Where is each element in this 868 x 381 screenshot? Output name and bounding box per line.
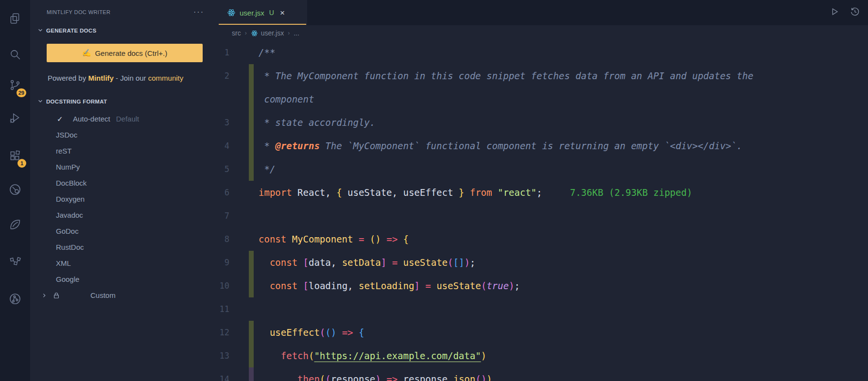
- format-item-numpy[interactable]: NumPy: [30, 159, 214, 175]
- format-item-rest[interactable]: reST: [30, 143, 214, 159]
- activity-bar: 29 1: [0, 0, 30, 381]
- format-default-tag: Default: [116, 115, 139, 123]
- code-line[interactable]: 9 const [data, setData] = useState([]);: [214, 251, 868, 274]
- format-item-label: Javadoc: [30, 211, 83, 219]
- run-debug-icon[interactable]: [4, 107, 26, 129]
- git-gutter-indicator: [249, 111, 254, 134]
- breadcrumb-filename: user.jsx: [261, 29, 284, 37]
- git-gutter-indicator: [249, 157, 254, 181]
- explorer-icon[interactable]: [4, 8, 26, 29]
- docstring-format-section-header[interactable]: DOCSTRING FORMAT: [30, 98, 214, 105]
- code-text: * state accordingly.: [254, 117, 375, 128]
- chevron-down-icon: [37, 98, 43, 105]
- git-gutter-indicator: [249, 367, 254, 381]
- editor-group: user.jsx U × src ›: [214, 0, 868, 381]
- format-item-auto-detect[interactable]: ✓Auto-detectDefault: [30, 111, 214, 127]
- code-line[interactable]: 5 */: [214, 157, 868, 181]
- format-item-custom[interactable]: Custom: [30, 287, 214, 303]
- tab-bar: user.jsx U ×: [214, 0, 868, 25]
- breadcrumb-symbol-more[interactable]: ...: [294, 29, 299, 37]
- run-file-icon[interactable]: [829, 6, 840, 19]
- breadcrumb-folder[interactable]: src: [232, 29, 241, 37]
- format-item-label: Custom: [65, 291, 116, 299]
- timeline-history-icon[interactable]: [850, 6, 860, 19]
- powered-by-middle: - Join our: [114, 74, 148, 82]
- generate-docs-button-label: Generate docs (Ctrl+.): [95, 49, 167, 57]
- code-line[interactable]: 8const MyComponent = () => {: [214, 227, 868, 251]
- commit-graph-extension-icon[interactable]: [4, 288, 26, 310]
- code-text: import React, { useState, useEffect } fr…: [254, 187, 692, 198]
- format-item-google[interactable]: Google: [30, 271, 214, 287]
- check-icon: ✓: [57, 115, 73, 123]
- pipeline-extension-icon[interactable]: [4, 251, 26, 272]
- format-item-jsdoc[interactable]: JSDoc: [30, 127, 214, 143]
- code-line[interactable]: 6import React, { useState, useEffect } f…: [214, 181, 868, 204]
- powered-by-text: Powered by Mintlify - Join our community: [48, 72, 195, 85]
- code-line[interactable]: 13 fetch("https://api.example.com/data"): [214, 344, 868, 367]
- powered-by-prefix: Powered by: [48, 74, 88, 82]
- line-number: 9: [214, 258, 249, 267]
- code-line[interactable]: 11: [214, 297, 868, 321]
- format-item-label: RustDoc: [30, 243, 84, 251]
- code-text: * @returns The `MyComponent` functional …: [254, 140, 742, 151]
- docstring-format-section-label: DOCSTRING FORMAT: [46, 99, 107, 104]
- docstring-format-list: ✓Auto-detectDefaultJSDocreSTNumPyDocBloc…: [30, 111, 214, 303]
- code-line[interactable]: component: [214, 87, 868, 111]
- code-line[interactable]: 10 const [loading, setLoading] = useStat…: [214, 274, 868, 297]
- code-text: fetch("https://api.example.com/data"): [254, 350, 486, 361]
- format-item-label: DocBlock: [30, 179, 87, 187]
- code-editor[interactable]: 1/**2 * The MyComponent function in this…: [214, 41, 868, 381]
- community-link[interactable]: community: [148, 74, 184, 82]
- git-gutter: [249, 41, 254, 64]
- code-text: const [data, setData] = useState([]);: [254, 257, 475, 268]
- git-gutter-indicator: [249, 274, 254, 297]
- format-item-xml[interactable]: XML: [30, 255, 214, 271]
- react-file-icon: [227, 8, 236, 17]
- line-number: 5: [214, 164, 249, 174]
- code-text: const [loading, setLoading] = useState(t…: [254, 280, 520, 291]
- code-line[interactable]: 3 * state accordingly.: [214, 111, 868, 134]
- breadcrumb-file[interactable]: user.jsx: [251, 29, 284, 37]
- code-line[interactable]: 2 * The MyComponent function in this cod…: [214, 64, 868, 87]
- tab-user-jsx[interactable]: user.jsx U ×: [214, 0, 307, 25]
- format-item-label: Auto-detect: [73, 115, 110, 123]
- format-item-doxygen[interactable]: Doxygen: [30, 191, 214, 207]
- lock-icon: [53, 292, 60, 299]
- code-line[interactable]: 4 * @returns The `MyComponent` functiona…: [214, 134, 868, 157]
- circle-tool-extension-icon[interactable]: [4, 179, 26, 200]
- code-text: const MyComponent = () => {: [254, 234, 409, 244]
- git-gutter-indicator: [249, 64, 254, 87]
- code-text: component: [254, 94, 314, 104]
- extensions-icon[interactable]: 1: [4, 145, 26, 166]
- more-actions-icon[interactable]: ···: [193, 8, 206, 17]
- mintlify-sidebar: MINTLIFY DOC WRITER ··· GENERATE DOCS ✍️…: [30, 0, 214, 381]
- git-gutter: [249, 297, 254, 321]
- generate-docs-button[interactable]: ✍️ Generate docs (Ctrl+.): [47, 44, 203, 62]
- format-item-javadoc[interactable]: Javadoc: [30, 207, 214, 223]
- git-gutter: [249, 204, 254, 227]
- format-item-label: reST: [30, 147, 72, 155]
- line-number: 11: [214, 304, 249, 314]
- vscode-window: 29 1 MINTLIFY DOC WRITER ··· GENERAT: [0, 0, 868, 381]
- code-line[interactable]: 1/**: [214, 41, 868, 64]
- code-line[interactable]: 7: [214, 204, 868, 227]
- line-number: 3: [214, 118, 249, 127]
- code-line[interactable]: 12 useEffect(() => {: [214, 321, 868, 344]
- source-control-icon[interactable]: 29: [4, 74, 26, 96]
- react-file-icon: [251, 30, 258, 37]
- close-tab-icon[interactable]: ×: [280, 9, 285, 17]
- tab-filename: user.jsx: [240, 9, 264, 17]
- git-gutter-indicator: [249, 251, 254, 274]
- leaf-extension-icon[interactable]: [4, 214, 26, 235]
- breadcrumb-separator: ›: [288, 30, 290, 36]
- format-item-godoc[interactable]: GoDoc: [30, 223, 214, 239]
- mintlify-link[interactable]: Mintlify: [88, 74, 114, 82]
- editor-actions: [829, 0, 868, 25]
- search-icon[interactable]: [4, 44, 26, 65]
- format-item-rustdoc[interactable]: RustDoc: [30, 239, 214, 255]
- git-untracked-badge: U: [269, 9, 274, 17]
- format-item-docblock[interactable]: DocBlock: [30, 175, 214, 191]
- chevron-right-icon: [41, 293, 47, 298]
- generate-docs-section-header[interactable]: GENERATE DOCS: [30, 27, 214, 34]
- code-line[interactable]: 14 .then((response) => response.json()): [214, 367, 868, 381]
